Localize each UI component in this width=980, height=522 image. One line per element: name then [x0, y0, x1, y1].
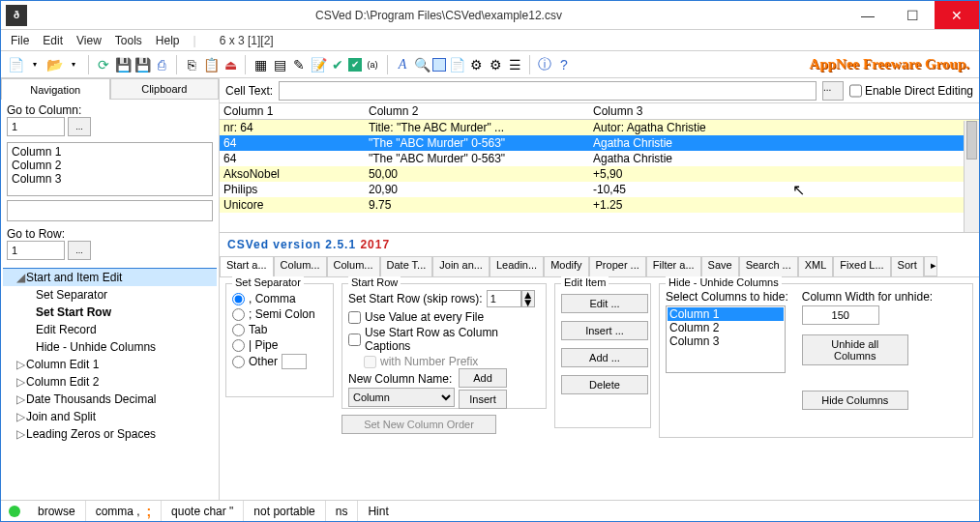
chevron-down-icon[interactable]: ▾ [26, 56, 44, 73]
save-all-icon[interactable]: ⎙ [153, 56, 170, 73]
menu-tools[interactable]: Tools [115, 34, 142, 47]
sep-semicolon-radio[interactable] [232, 308, 245, 321]
list-item[interactable]: Column 3 [668, 334, 784, 348]
bottom-tab[interactable]: Leadin... [490, 256, 544, 276]
use-value-every-file-checkbox[interactable] [348, 311, 361, 324]
menu-help[interactable]: Help [156, 34, 180, 47]
bottom-tab[interactable]: Save [701, 256, 739, 276]
help-icon[interactable]: ? [555, 56, 573, 73]
check2-icon[interactable]: ✔ [348, 58, 362, 72]
filter-input[interactable] [7, 200, 213, 221]
insert-column-button[interactable]: Insert [459, 390, 507, 409]
minimize-button[interactable]: — [846, 1, 890, 29]
settings-icon[interactable]: ⚙ [467, 56, 485, 73]
tree-item[interactable]: Edit Record [3, 321, 217, 338]
exit-icon[interactable]: ⏏ [222, 56, 239, 73]
bottom-tab[interactable]: Colum... [274, 256, 327, 276]
select-icon[interactable] [432, 58, 446, 72]
sep-other-radio[interactable] [232, 356, 245, 368]
list-icon[interactable]: ☰ [506, 56, 523, 73]
sep-comma-radio[interactable] [232, 293, 245, 305]
goto-column-button[interactable]: ... [68, 117, 91, 136]
use-start-row-captions-checkbox[interactable] [348, 334, 361, 346]
table2-icon[interactable]: ▤ [271, 56, 288, 73]
hide-columns-list[interactable]: Column 1 Column 2 Column 3 [666, 305, 786, 373]
bottom-tab[interactable]: Proper ... [589, 256, 646, 276]
tree-root[interactable]: ◢Start and Item Edit [3, 269, 217, 286]
close-button[interactable]: ✕ [935, 1, 979, 29]
new-column-select[interactable]: Column [348, 388, 455, 407]
bottom-tab[interactable]: XML [798, 256, 834, 276]
grid-scrollbar[interactable] [964, 121, 979, 232]
copy-icon[interactable]: ⎘ [183, 56, 200, 73]
menu-edit[interactable]: Edit [43, 34, 63, 47]
table-row[interactable]: nr: 64Title: "The ABC Murder" ...Autor: … [220, 120, 979, 135]
nav-tree[interactable]: ◢Start and Item Edit Set Separator Set S… [3, 268, 217, 500]
column-header[interactable]: Column 2 [365, 103, 589, 119]
tab-navigation[interactable]: Navigation [1, 78, 110, 100]
sep-tab-radio[interactable] [232, 324, 245, 336]
font-icon[interactable]: A [394, 56, 411, 73]
column-header[interactable]: Column 3 [589, 103, 937, 119]
tree-item[interactable]: Set Separator [3, 286, 217, 304]
bottom-tab[interactable]: Colum... [327, 256, 380, 276]
edit-button[interactable]: Edit ... [561, 294, 648, 313]
bottom-tab[interactable]: Filter a... [646, 256, 701, 276]
document-icon[interactable]: 📄 [448, 56, 465, 73]
chevron-down-icon[interactable]: ▾ [65, 56, 82, 73]
spinner-buttons[interactable]: ▲▼ [521, 290, 535, 307]
set-column-order-button[interactable]: Set New Column Order [342, 415, 496, 434]
check-icon[interactable]: ✔ [329, 56, 346, 73]
column-list-item[interactable]: Column 3 [10, 172, 210, 186]
sep-pipe-radio[interactable] [232, 339, 245, 352]
add-button[interactable]: Add ... [561, 348, 648, 367]
table-row[interactable]: AksoNobel50,00+5,90 [220, 166, 979, 182]
tab-scroll-right[interactable]: ▸ [924, 256, 937, 276]
gear-icon[interactable]: ⚙ [487, 56, 504, 73]
table-row[interactable]: Philips20,90-10,45 [220, 182, 979, 197]
column-header[interactable]: Column 1 [220, 103, 365, 119]
goto-column-input[interactable] [7, 117, 65, 136]
info-icon[interactable]: ⓘ [536, 56, 553, 73]
cell-text-input[interactable] [279, 81, 817, 101]
column-list[interactable]: Column 1 Column 2 Column 3 [7, 142, 213, 196]
table-row[interactable]: 64"The "ABC Murder" 0-563"Agatha Christi… [220, 135, 979, 151]
goto-row-button[interactable]: ... [68, 241, 91, 260]
new-icon[interactable]: 📄 [7, 56, 24, 73]
tree-item[interactable]: ▷Column Edit 2 [3, 373, 217, 391]
search-icon[interactable]: 🔍 [413, 56, 431, 73]
tree-item[interactable]: ▷Column Edit 1 [3, 356, 217, 373]
sep-other-input[interactable] [282, 354, 307, 369]
goto-row-input[interactable] [7, 241, 65, 260]
delete-button[interactable]: Delete [561, 375, 648, 394]
refresh-icon[interactable]: ⟳ [95, 56, 112, 73]
data-grid[interactable]: Column 1 Column 2 Column 3 nr: 64Title: … [220, 103, 979, 233]
list-item[interactable]: Column 1 [668, 307, 784, 321]
column-list-item[interactable]: Column 1 [10, 145, 210, 159]
scrollbar-thumb[interactable] [966, 121, 977, 160]
start-row-input[interactable] [487, 290, 521, 307]
tree-item[interactable]: ▷Leading Zeros or Spaces [3, 425, 217, 443]
save-icon[interactable]: 💾 [114, 56, 132, 73]
tree-item[interactable]: ▷Date Thousands Decimal [3, 391, 217, 408]
bottom-tab[interactable]: Fixed L... [833, 256, 890, 276]
table-icon[interactable]: ▦ [252, 56, 269, 73]
bottom-tab[interactable]: Join an... [432, 256, 490, 276]
maximize-button[interactable]: ☐ [890, 1, 935, 29]
tree-item[interactable]: ▷Join and Split [3, 408, 217, 425]
save-as-icon[interactable]: 💾 [134, 56, 151, 73]
unhide-all-button[interactable]: Unhide all Columns [802, 334, 908, 365]
column-list-item[interactable]: Column 2 [10, 159, 210, 172]
menu-file[interactable]: File [11, 34, 29, 47]
column-width-input[interactable] [802, 305, 879, 325]
table-row[interactable]: Unicore9.75+1.25 [220, 197, 979, 213]
menu-view[interactable]: View [76, 34, 102, 47]
tree-item-active[interactable]: Set Start Row [3, 304, 217, 321]
table-row[interactable]: 64"The "ABC Murder" 0-563"Agatha Christi… [220, 151, 979, 166]
tab-clipboard[interactable]: Clipboard [110, 78, 220, 100]
cell-text-browse[interactable]: ... [822, 81, 844, 101]
bottom-tab[interactable]: Sort [891, 256, 924, 276]
open-icon[interactable]: 📂 [45, 56, 63, 73]
note-icon[interactable]: 📝 [310, 56, 327, 73]
edit-icon[interactable]: ✎ [290, 56, 308, 73]
